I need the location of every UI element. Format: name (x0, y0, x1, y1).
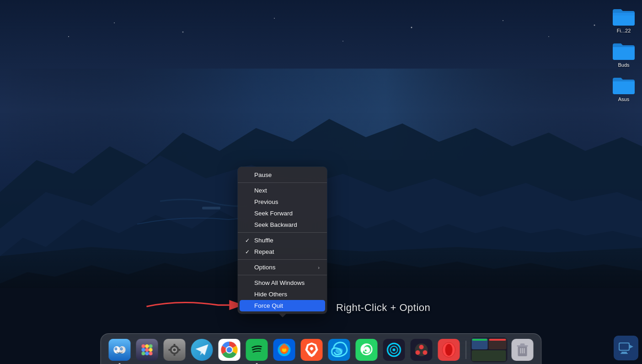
desktop-icons-area: Fi...22 Buds Asus (610, 5, 637, 104)
menu-separator-2 (238, 232, 327, 233)
dock-right-button[interactable] (614, 336, 638, 360)
dock (101, 333, 542, 364)
svg-rect-78 (520, 348, 521, 353)
svg-point-8 (503, 20, 503, 21)
svg-point-22 (142, 344, 145, 348)
svg-point-3 (114, 22, 115, 23)
dock-icon-whatsapp[interactable] (354, 337, 379, 362)
menu-item-options[interactable]: Options › (238, 262, 327, 273)
svg-point-30 (149, 352, 153, 355)
desktop-icon-buds-label: Buds (618, 62, 629, 68)
svg-rect-35 (174, 344, 176, 346)
svg-marker-82 (630, 345, 633, 348)
svg-point-27 (149, 348, 153, 352)
svg-rect-85 (621, 353, 628, 354)
desktop-icon-fi22-label: Fi...22 (617, 28, 631, 33)
svg-point-25 (142, 348, 145, 352)
svg-point-67 (445, 344, 453, 356)
svg-rect-80 (524, 348, 525, 353)
svg-point-62 (416, 350, 420, 355)
dock-icon-finder[interactable] (107, 337, 132, 362)
menu-item-hide-others[interactable]: Hide Others (238, 289, 327, 300)
menu-item-shuffle[interactable]: ✓ Shuffle (238, 235, 327, 246)
svg-point-4 (182, 32, 184, 33)
options-submenu-arrow: › (318, 265, 320, 270)
menu-item-repeat[interactable]: ✓ Repeat (238, 246, 327, 257)
annotation-arrow (142, 293, 247, 316)
dock-icon-mission-control[interactable] (471, 337, 508, 362)
menu-item-seek-forward[interactable]: Seek Forward (238, 208, 327, 219)
svg-point-34 (173, 348, 176, 351)
svg-rect-73 (472, 350, 506, 361)
menu-item-show-all-windows[interactable]: Show All Windows (238, 277, 327, 289)
menu-separator-3 (238, 259, 327, 260)
svg-point-24 (149, 344, 153, 348)
svg-rect-79 (522, 348, 523, 353)
svg-rect-70 (472, 339, 487, 341)
dock-icon-system-preferences[interactable] (162, 337, 187, 362)
dock-icon-trash[interactable] (510, 337, 535, 362)
svg-rect-72 (489, 339, 506, 341)
svg-point-45 (250, 343, 264, 357)
desktop-icon-buds[interactable]: Buds (610, 39, 637, 70)
svg-point-9 (548, 36, 549, 37)
dock-icon-app1[interactable] (382, 337, 407, 362)
menu-item-previous[interactable]: Previous (238, 196, 327, 208)
right-click-annotation-label: Right-Click + Option (336, 302, 430, 314)
dock-separator (466, 341, 466, 359)
dock-icon-launchpad[interactable] (135, 337, 160, 362)
svg-point-10 (594, 25, 595, 26)
menu-item-force-quit[interactable]: Force Quit (240, 300, 325, 311)
desktop-icon-asus-label: Asus (618, 96, 629, 102)
svg-point-58 (393, 348, 396, 351)
dock-icon-firefox[interactable] (272, 337, 297, 362)
dock-icon-app2[interactable] (409, 337, 434, 362)
svg-rect-83 (620, 343, 629, 350)
svg-point-5 (274, 18, 275, 19)
context-menu: Pause Next Previous Seek Forward Seek Ba… (238, 167, 327, 314)
dock-icon-telegram[interactable] (190, 337, 214, 362)
dock-icon-chrome[interactable] (217, 337, 242, 362)
svg-rect-36 (174, 353, 176, 356)
svg-point-43 (227, 347, 232, 353)
svg-point-20 (121, 348, 122, 350)
svg-point-63 (423, 350, 428, 355)
svg-rect-38 (178, 349, 181, 351)
menu-item-pause[interactable]: Pause (238, 169, 327, 181)
dock-icon-opera[interactable] (437, 337, 461, 362)
svg-point-52 (336, 348, 343, 353)
desktop-icon-fi22[interactable]: Fi...22 (610, 5, 637, 35)
svg-point-2 (68, 36, 69, 37)
dock-icon-edge[interactable] (327, 337, 352, 362)
svg-point-29 (145, 352, 149, 355)
desktop-icon-asus[interactable]: Asus (610, 73, 637, 104)
svg-point-6 (342, 41, 343, 42)
dock-icon-spotify[interactable] (245, 337, 269, 362)
menu-separator-1 (238, 182, 327, 183)
svg-point-7 (411, 27, 412, 28)
svg-point-23 (145, 344, 149, 348)
menu-caret (279, 314, 286, 317)
menu-item-next[interactable]: Next (238, 185, 327, 196)
svg-point-19 (116, 348, 117, 350)
menu-separator-4 (238, 275, 327, 275)
dock-icon-brave[interactable] (300, 337, 324, 362)
svg-rect-77 (520, 343, 525, 346)
menu-item-seek-backward[interactable]: Seek Backward (238, 219, 327, 230)
svg-point-28 (142, 352, 145, 355)
svg-rect-37 (169, 349, 171, 351)
svg-point-26 (145, 348, 149, 352)
svg-rect-84 (621, 352, 627, 353)
svg-point-61 (419, 345, 424, 349)
svg-rect-11 (202, 207, 220, 209)
